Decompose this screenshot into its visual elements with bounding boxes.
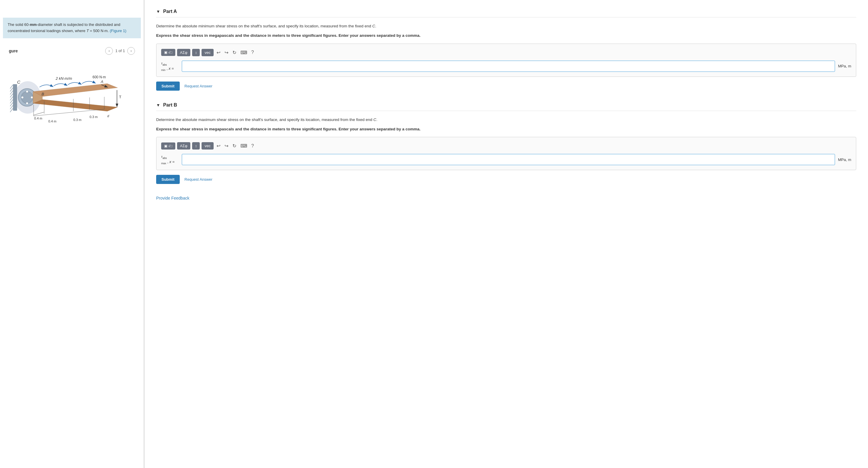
part-a-section: ▼ Part A Determine the absolute minimum … — [156, 9, 856, 91]
figure-page: 1 of 1 — [115, 48, 125, 53]
part-b-description: Determine the absolute maximum shear str… — [156, 117, 856, 123]
problem-statement: The solid 60-mm-diameter shaft is subjec… — [3, 18, 141, 38]
part-a-instruction: Express the shear stress in megapascals … — [156, 33, 856, 39]
prev-figure-button[interactable]: ‹ — [105, 47, 113, 55]
problem-text: The solid 60-mm-diameter shaft is subjec… — [8, 22, 120, 33]
part-b-undo-btn[interactable]: ↩ — [215, 142, 222, 150]
svg-text:0.4 m: 0.4 m — [48, 120, 57, 123]
next-figure-button[interactable]: › — [127, 47, 135, 55]
part-b-keyboard-btn[interactable]: ⌨ — [239, 142, 248, 150]
part-b-toolbar: ▣√□ ΑΣφ ↕ vec ↩ ↪ ↻ ⌨ ? — [161, 142, 851, 150]
svg-point-14 — [26, 102, 28, 104]
part-b-help-btn[interactable]: ? — [250, 142, 255, 150]
svg-text:A: A — [100, 79, 103, 84]
part-a-toolbar: ▣√□ ΑΣφ ↕ vec ↩ ↪ ↻ ⌨ ? — [161, 48, 851, 57]
figure-link[interactable]: (Figure 1) — [110, 29, 126, 33]
part-a-description: Determine the absolute minimum shear str… — [156, 23, 856, 29]
svg-text:0.3 m: 0.3 m — [90, 115, 98, 119]
part-a-vec-btn[interactable]: vec — [202, 49, 213, 56]
part-b-title: Part B — [163, 102, 177, 108]
part-b-format-btn[interactable]: ↕ — [192, 142, 200, 149]
part-b-answer-box: ▣√□ ΑΣφ ↕ vec ↩ ↪ ↻ ⌨ ? τabsmax , x = MP… — [156, 137, 856, 170]
part-a-matrix-btn[interactable]: ▣√□ — [161, 49, 175, 56]
part-a-answer-box: ▣√□ ΑΣφ ↕ vec ↩ ↪ ↻ ⌨ ? τabsmin , x = MP… — [156, 43, 856, 77]
provide-feedback-link[interactable]: Provide Feedback — [156, 196, 856, 200]
part-b-redo-btn[interactable]: ↪ — [223, 142, 229, 150]
part-a-redo-btn[interactable]: ↪ — [223, 48, 229, 57]
part-b-refresh-btn[interactable]: ↻ — [231, 142, 238, 150]
part-b-header: ▼ Part B — [156, 102, 856, 111]
svg-text:2 kN·m/m: 2 kN·m/m — [55, 76, 72, 81]
part-a-symbol-btn[interactable]: ΑΣφ — [177, 49, 190, 56]
part-a-keyboard-btn[interactable]: ⌨ — [239, 48, 248, 57]
part-b-vec-btn[interactable]: vec — [202, 142, 213, 149]
part-a-submit-button[interactable]: Submit — [156, 81, 180, 91]
part-a-input-unit: MPa, m — [838, 64, 851, 68]
right-panel: ▼ Part A Determine the absolute minimum … — [144, 0, 868, 468]
part-b-matrix-btn[interactable]: ▣√□ — [161, 142, 175, 149]
svg-text:0.4 m: 0.4 m — [34, 116, 42, 120]
part-b-answer-input[interactable] — [182, 154, 835, 165]
svg-text:B: B — [41, 92, 44, 96]
svg-text:d: d — [107, 114, 109, 118]
svg-text:600 N·m: 600 N·m — [93, 75, 106, 79]
part-b-symbol-btn[interactable]: ΑΣφ — [177, 142, 190, 149]
part-b-input-unit: MPa, m — [838, 158, 851, 162]
svg-point-15 — [21, 96, 24, 99]
part-b-section: ▼ Part B Determine the absolute maximum … — [156, 102, 856, 184]
part-b-submit-button[interactable]: Submit — [156, 175, 180, 184]
matrix-icon: ▣ — [164, 50, 167, 55]
part-a-input-row: τabsmin , x = MPa, m — [161, 61, 851, 72]
svg-point-13 — [26, 90, 28, 93]
part-b-request-answer-link[interactable]: Request Answer — [184, 177, 212, 181]
part-a-format-btn[interactable]: ↕ — [192, 49, 200, 56]
svg-text:T: T — [119, 95, 121, 99]
part-a-input-label: τabsmin , x = — [161, 61, 179, 71]
part-a-collapse-arrow[interactable]: ▼ — [156, 9, 160, 14]
part-a-answer-input[interactable] — [182, 61, 835, 72]
svg-line-23 — [34, 112, 44, 115]
part-b-input-label: τabsmax , x = — [161, 154, 179, 165]
figure-image: 2 kN·m/m C B A 600 N·m — [3, 58, 141, 137]
part-a-refresh-btn[interactable]: ↻ — [231, 48, 238, 57]
part-b-collapse-arrow[interactable]: ▼ — [156, 103, 160, 107]
figure-nav: ‹ 1 of 1 › — [102, 46, 138, 56]
part-a-help-btn[interactable]: ? — [250, 48, 255, 56]
figure-label: gure — [6, 46, 21, 56]
part-a-header: ▼ Part A — [156, 9, 856, 18]
shaft-svg: 2 kN·m/m C B A 600 N·m — [10, 64, 134, 131]
part-b-instruction: Express the shear stress in megapascals … — [156, 126, 856, 132]
part-b-action-row: Submit Request Answer — [156, 175, 856, 184]
part-a-action-row: Submit Request Answer — [156, 81, 856, 91]
part-a-title: Part A — [163, 9, 177, 14]
svg-text:0.3 m: 0.3 m — [73, 118, 82, 122]
part-a-request-answer-link[interactable]: Request Answer — [184, 84, 212, 88]
part-b-input-row: τabsmax , x = MPa, m — [161, 154, 851, 165]
figure-area: gure ‹ 1 of 1 › — [0, 41, 144, 468]
part-a-undo-btn[interactable]: ↩ — [215, 48, 222, 57]
matrix-icon-b: ▣ — [164, 144, 167, 148]
svg-rect-1 — [13, 84, 17, 111]
svg-point-16 — [31, 96, 33, 99]
svg-text:C: C — [17, 79, 20, 85]
left-panel: The solid 60-mm-diameter shaft is subjec… — [0, 0, 144, 468]
